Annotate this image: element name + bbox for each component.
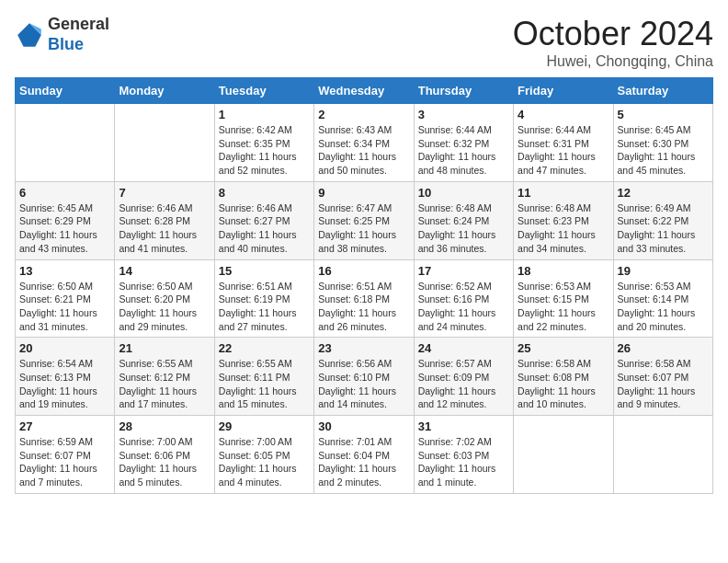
day-number: 31 [418,419,509,433]
calendar-cell: 5Sunrise: 6:45 AMSunset: 6:30 PMDaylight… [613,104,712,182]
day-info: Sunrise: 6:51 AMSunset: 6:19 PMDaylight:… [219,280,310,334]
calendar-cell: 3Sunrise: 6:44 AMSunset: 6:32 PMDaylight… [414,104,513,182]
day-info: Sunrise: 6:45 AMSunset: 6:29 PMDaylight:… [19,201,110,256]
calendar-cell: 22Sunrise: 6:55 AMSunset: 6:11 PMDayligh… [214,338,313,416]
calendar-cell: 1Sunrise: 6:42 AMSunset: 6:35 PMDaylight… [214,104,313,182]
calendar-cell: 27Sunrise: 6:59 AMSunset: 6:07 PMDayligh… [16,416,115,494]
column-header-sunday: Sunday [16,78,115,104]
column-header-friday: Friday [514,78,613,104]
day-info: Sunrise: 6:44 AMSunset: 6:32 PMDaylight:… [418,123,509,178]
day-info: Sunrise: 6:55 AMSunset: 6:12 PMDaylight:… [119,357,210,411]
day-info: Sunrise: 6:52 AMSunset: 6:16 PMDaylight:… [418,280,509,334]
day-info: Sunrise: 6:55 AMSunset: 6:11 PMDaylight:… [219,357,310,411]
calendar-cell: 16Sunrise: 6:51 AMSunset: 6:18 PMDayligh… [314,259,414,338]
day-number: 15 [219,264,310,278]
day-number: 16 [318,264,409,278]
calendar-cell: 28Sunrise: 7:00 AMSunset: 6:06 PMDayligh… [115,416,214,494]
day-info: Sunrise: 6:51 AMSunset: 6:18 PMDaylight:… [318,280,409,334]
day-info: Sunrise: 7:01 AMSunset: 6:04 PMDaylight:… [318,435,409,489]
svg-marker-0 [17,23,41,47]
calendar-cell: 7Sunrise: 6:46 AMSunset: 6:28 PMDaylight… [115,181,214,259]
calendar-cell [613,416,712,494]
calendar-cell: 10Sunrise: 6:48 AMSunset: 6:24 PMDayligh… [414,181,513,259]
day-number: 28 [119,419,210,433]
calendar-cell: 4Sunrise: 6:44 AMSunset: 6:31 PMDaylight… [514,104,613,182]
day-info: Sunrise: 6:58 AMSunset: 6:08 PMDaylight:… [518,357,609,411]
day-number: 10 [418,186,509,200]
day-info: Sunrise: 6:53 AMSunset: 6:15 PMDaylight:… [518,280,609,334]
day-info: Sunrise: 6:48 AMSunset: 6:24 PMDaylight:… [418,201,509,256]
day-info: Sunrise: 6:49 AMSunset: 6:22 PMDaylight:… [618,201,709,256]
day-number: 17 [418,264,509,278]
day-number: 25 [518,341,609,355]
day-number: 11 [518,186,609,200]
calendar-week-row: 6Sunrise: 6:45 AMSunset: 6:29 PMDaylight… [16,181,713,259]
calendar-header-row: SundayMondayTuesdayWednesdayThursdayFrid… [16,78,713,104]
day-number: 29 [219,419,310,433]
calendar-cell: 24Sunrise: 6:57 AMSunset: 6:09 PMDayligh… [414,338,513,416]
day-number: 6 [19,186,110,200]
day-number: 4 [518,108,609,121]
day-number: 7 [119,186,210,200]
calendar-table: SundayMondayTuesdayWednesdayThursdayFrid… [15,77,713,494]
day-number: 18 [518,264,609,278]
location-text: Huwei, Chongqing, China [513,53,713,70]
day-number: 27 [19,419,110,433]
logo-blue-text: Blue [48,35,84,53]
calendar-cell: 30Sunrise: 7:01 AMSunset: 6:04 PMDayligh… [314,416,414,494]
logo-general-text: General [48,15,109,33]
day-info: Sunrise: 6:48 AMSunset: 6:23 PMDaylight:… [518,201,609,256]
day-info: Sunrise: 6:50 AMSunset: 6:21 PMDaylight:… [19,280,110,334]
calendar-cell: 12Sunrise: 6:49 AMSunset: 6:22 PMDayligh… [613,181,712,259]
calendar-cell: 20Sunrise: 6:54 AMSunset: 6:13 PMDayligh… [16,338,115,416]
calendar-cell [115,104,214,182]
calendar-cell: 26Sunrise: 6:58 AMSunset: 6:07 PMDayligh… [613,338,712,416]
day-info: Sunrise: 6:46 AMSunset: 6:28 PMDaylight:… [119,201,210,256]
column-header-wednesday: Wednesday [314,78,414,104]
calendar-week-row: 13Sunrise: 6:50 AMSunset: 6:21 PMDayligh… [16,259,713,338]
day-info: Sunrise: 6:58 AMSunset: 6:07 PMDaylight:… [618,357,709,411]
day-number: 8 [219,186,310,200]
day-number: 14 [119,264,210,278]
calendar-week-row: 27Sunrise: 6:59 AMSunset: 6:07 PMDayligh… [16,416,713,494]
day-info: Sunrise: 6:54 AMSunset: 6:13 PMDaylight:… [19,357,110,411]
calendar-cell: 29Sunrise: 7:00 AMSunset: 6:05 PMDayligh… [214,416,313,494]
day-info: Sunrise: 7:02 AMSunset: 6:03 PMDaylight:… [418,435,509,489]
calendar-cell: 2Sunrise: 6:43 AMSunset: 6:34 PMDaylight… [314,104,414,182]
day-info: Sunrise: 6:53 AMSunset: 6:14 PMDaylight:… [618,280,709,334]
calendar-cell: 25Sunrise: 6:58 AMSunset: 6:08 PMDayligh… [514,338,613,416]
day-info: Sunrise: 7:00 AMSunset: 6:05 PMDaylight:… [219,435,310,489]
calendar-cell: 18Sunrise: 6:53 AMSunset: 6:15 PMDayligh… [514,259,613,338]
day-number: 9 [318,186,409,200]
calendar-cell [16,104,115,182]
day-info: Sunrise: 6:59 AMSunset: 6:07 PMDaylight:… [19,435,110,489]
calendar-cell: 6Sunrise: 6:45 AMSunset: 6:29 PMDaylight… [16,181,115,259]
calendar-cell: 31Sunrise: 7:02 AMSunset: 6:03 PMDayligh… [414,416,513,494]
calendar-cell: 14Sunrise: 6:50 AMSunset: 6:20 PMDayligh… [115,259,214,338]
day-number: 22 [219,341,310,355]
calendar-cell: 19Sunrise: 6:53 AMSunset: 6:14 PMDayligh… [613,259,712,338]
day-info: Sunrise: 7:00 AMSunset: 6:06 PMDaylight:… [119,435,210,489]
day-info: Sunrise: 6:42 AMSunset: 6:35 PMDaylight:… [219,123,310,178]
day-info: Sunrise: 6:56 AMSunset: 6:10 PMDaylight:… [318,357,409,411]
day-number: 3 [418,108,509,121]
day-number: 23 [318,341,409,355]
day-info: Sunrise: 6:47 AMSunset: 6:25 PMDaylight:… [318,201,409,256]
day-number: 24 [418,341,509,355]
day-info: Sunrise: 6:46 AMSunset: 6:27 PMDaylight:… [219,201,310,256]
day-number: 1 [219,108,310,121]
calendar-cell: 17Sunrise: 6:52 AMSunset: 6:16 PMDayligh… [414,259,513,338]
day-number: 26 [618,341,709,355]
day-info: Sunrise: 6:44 AMSunset: 6:31 PMDaylight:… [518,123,609,178]
calendar-cell: 11Sunrise: 6:48 AMSunset: 6:23 PMDayligh… [514,181,613,259]
page-header: General Blue October 2024 Huwei, Chongqi… [15,15,713,70]
column-header-monday: Monday [115,78,214,104]
calendar-week-row: 1Sunrise: 6:42 AMSunset: 6:35 PMDaylight… [16,104,713,182]
calendar-cell: 15Sunrise: 6:51 AMSunset: 6:19 PMDayligh… [214,259,313,338]
logo-icon [15,20,44,50]
column-header-saturday: Saturday [613,78,712,104]
day-number: 19 [618,264,709,278]
logo: General Blue [15,15,109,54]
calendar-cell: 8Sunrise: 6:46 AMSunset: 6:27 PMDaylight… [214,181,313,259]
calendar-cell [514,416,613,494]
